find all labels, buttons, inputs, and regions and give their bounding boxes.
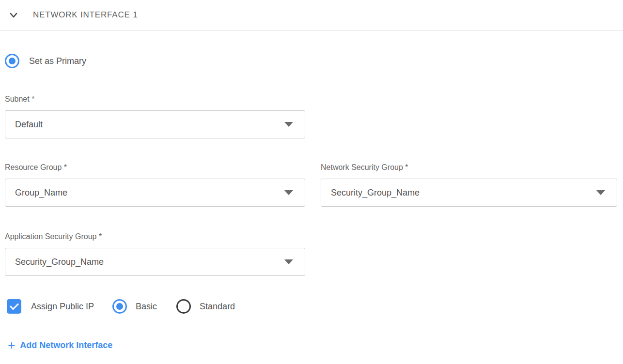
assign-public-ip-checkbox[interactable] <box>7 299 21 314</box>
resource-group-dropdown[interactable]: Group_Name <box>5 179 305 207</box>
sku-option-standard: Standard <box>176 299 235 314</box>
plus-icon: + <box>8 339 15 351</box>
sku-option-basic: Basic <box>112 299 157 314</box>
subnet-dropdown[interactable]: Default <box>5 110 305 138</box>
network-interface-form: Set as Primary Subnet * Default Resource… <box>0 54 623 351</box>
set-as-primary-radio[interactable] <box>5 54 19 68</box>
chevron-down-icon[interactable] <box>9 10 18 20</box>
application-security-group-label: Application Security Group * <box>5 232 623 242</box>
resource-group-label: Resource Group * <box>5 163 305 172</box>
add-network-interface-label: Add Network Interface <box>20 340 112 350</box>
application-security-group-dropdown[interactable]: Security_Group_Name <box>5 248 305 276</box>
subnet-value: Default <box>15 120 43 130</box>
public-ip-row: Assign Public IP Basic Standard <box>5 299 623 314</box>
section-title: NETWORK INTERFACE 1 <box>33 10 138 20</box>
resource-group-field-group: Resource Group * Group_Name <box>5 163 305 207</box>
standard-label: Standard <box>200 302 235 312</box>
basic-radio[interactable] <box>112 299 127 314</box>
standard-radio[interactable] <box>176 299 191 314</box>
section-divider <box>0 30 623 30</box>
add-network-interface-link[interactable]: + Add Network Interface <box>8 339 112 351</box>
application-security-group-field-group: Application Security Group * Security_Gr… <box>5 232 623 276</box>
network-security-group-value: Security_Group_Name <box>331 188 420 198</box>
caret-down-icon <box>284 259 293 264</box>
caret-down-icon <box>284 190 293 195</box>
network-security-group-field-group: Network Security Group * Security_Group_… <box>321 163 617 207</box>
basic-label: Basic <box>136 302 157 312</box>
set-as-primary-row: Set as Primary <box>5 54 623 68</box>
subnet-field-group: Subnet * Default <box>5 94 623 138</box>
section-header: NETWORK INTERFACE 1 <box>0 0 623 23</box>
network-security-group-label: Network Security Group * <box>321 163 617 172</box>
caret-down-icon <box>596 190 605 195</box>
application-security-group-value: Security_Group_Name <box>15 257 104 267</box>
assign-public-ip-label: Assign Public IP <box>31 302 94 312</box>
resource-group-value: Group_Name <box>15 188 67 198</box>
set-as-primary-label: Set as Primary <box>29 56 86 66</box>
group-fields-row: Resource Group * Group_Name Network Secu… <box>5 163 623 207</box>
caret-down-icon <box>284 122 293 127</box>
network-security-group-dropdown[interactable]: Security_Group_Name <box>321 179 617 207</box>
subnet-label: Subnet * <box>5 94 623 104</box>
